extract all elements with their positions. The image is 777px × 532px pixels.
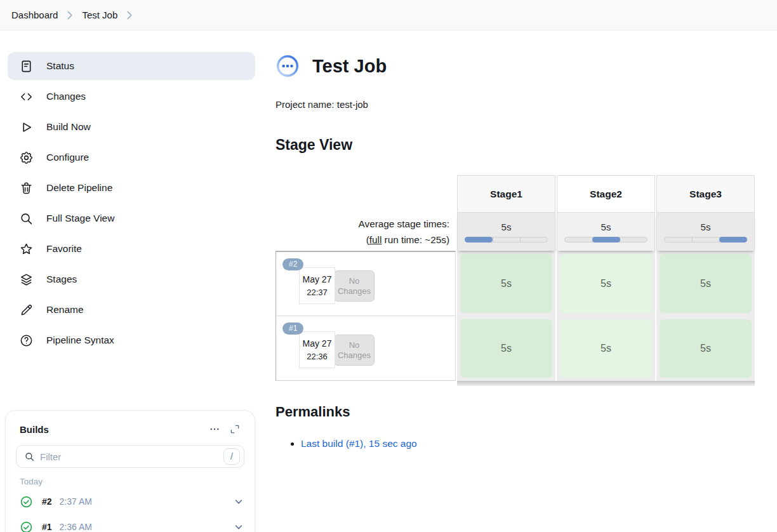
sidebar-item-pipeline-syntax[interactable]: Pipeline Syntax <box>8 326 255 354</box>
full-run-time-link[interactable]: full <box>369 234 382 245</box>
sidebar-item-favorite[interactable]: Favorite <box>8 235 255 263</box>
stage-header-1: Stage1 <box>457 175 555 213</box>
builds-filter-input[interactable] <box>35 451 223 462</box>
builds-group-label: Today <box>20 477 255 486</box>
trash-icon <box>19 181 34 196</box>
stage-cell-wrap: 5s <box>656 251 755 316</box>
builds-expand-button[interactable] <box>227 421 243 437</box>
sidebar-item-rename[interactable]: Rename <box>8 296 255 324</box>
build-row-2[interactable]: #2 2:37 AM <box>6 489 255 514</box>
sidebar-item-changes[interactable]: Changes <box>8 83 255 110</box>
table-bottom-shadow <box>457 381 755 386</box>
sidebar-item-full-stage-view[interactable]: Full Stage View <box>8 204 255 232</box>
avg-time-bar <box>664 237 748 243</box>
table-spacer <box>276 381 456 386</box>
avg-time-stage3: 5s <box>656 213 755 251</box>
sidebar-item-label: Changes <box>46 91 86 102</box>
main-content: Test Job Project name: test-job Stage Vi… <box>276 30 758 453</box>
sidebar-item-configure[interactable]: Configure <box>8 143 255 171</box>
stage-cell-run1-stage3[interactable]: 5s <box>660 319 752 378</box>
avg-time-bar <box>564 237 648 243</box>
run-number-badge[interactable]: #2 <box>282 258 303 270</box>
run-date-link[interactable]: May 27 22:36 <box>299 331 335 368</box>
sidebar-item-label: Delete Pipeline <box>46 182 112 194</box>
permalinks-list: Last build (#1), 15 sec ago <box>301 438 758 449</box>
chevron-right-icon <box>123 8 136 22</box>
gear-icon <box>19 150 34 165</box>
stage-cell-run2-stage2[interactable]: 5s <box>560 254 652 313</box>
build-number: #2 <box>42 496 52 507</box>
run-row-2-info: #2 May 27 22:37 No Changes <box>276 251 456 316</box>
stage-cell-wrap: 5s <box>656 316 755 381</box>
stage-view-table: Stage1 Stage2 Stage3 Average stage times… <box>276 175 758 386</box>
help-circle-icon <box>19 333 34 348</box>
code-icon <box>19 90 34 104</box>
sidebar-item-label: Build Now <box>46 121 91 133</box>
builds-panel-title: Builds <box>20 424 206 435</box>
chevron-right-icon <box>63 8 77 22</box>
job-status-icon <box>276 54 300 78</box>
build-time-link[interactable]: 2:37 AM <box>60 496 233 507</box>
pencil-icon <box>19 303 34 317</box>
average-stage-times-label: Average stage times: (full run time: ~25… <box>276 213 456 251</box>
last-build-link[interactable]: Last build (#1), 15 sec ago <box>301 438 417 449</box>
breadcrumb: Dashboard Test Job <box>0 0 777 30</box>
search-icon <box>24 451 35 462</box>
stage-cell-wrap: 5s <box>457 316 555 381</box>
stage-cell-wrap: 5s <box>557 316 655 381</box>
sidebar-item-delete-pipeline[interactable]: Delete Pipeline <box>8 174 255 202</box>
check-circle-icon <box>20 521 33 532</box>
run-date-link[interactable]: May 27 22:37 <box>299 267 335 304</box>
page-title: Test Job <box>312 56 387 77</box>
breadcrumb-test-job[interactable]: Test Job <box>82 10 117 20</box>
sidebar-item-label: Full Stage View <box>46 213 114 224</box>
build-time-link[interactable]: 2:36 AM <box>60 522 233 532</box>
check-circle-icon <box>20 495 33 509</box>
stage-header-3: Stage3 <box>656 175 755 213</box>
builds-options-button[interactable] <box>206 421 223 437</box>
sidebar-item-label: Pipeline Syntax <box>46 335 114 346</box>
builds-filter: / <box>16 445 244 468</box>
stage-header-2: Stage2 <box>557 175 655 213</box>
breadcrumb-dashboard[interactable]: Dashboard <box>11 10 58 20</box>
permalinks-heading: Permalinks <box>276 404 758 420</box>
sidebar-item-build-now[interactable]: Build Now <box>8 113 255 141</box>
permalink-item: Last build (#1), 15 sec ago <box>301 438 758 449</box>
sidebar-item-label: Configure <box>46 152 89 163</box>
chevron-down-icon[interactable] <box>233 521 244 532</box>
chevron-down-icon[interactable] <box>233 496 244 507</box>
build-row-1[interactable]: #1 2:36 AM <box>6 514 255 532</box>
stage-view-heading: Stage View <box>276 136 758 154</box>
document-icon <box>19 59 34 74</box>
build-number: #1 <box>42 522 52 532</box>
sidebar-item-label: Status <box>46 60 74 72</box>
builds-panel: Builds / Today #2 2:37 AM #1 2:36 AM <box>5 410 255 532</box>
stage-cell-run2-stage1[interactable]: 5s <box>460 254 552 313</box>
stage-cell-run2-stage3[interactable]: 5s <box>660 254 752 313</box>
sidebar-item-status[interactable]: Status <box>8 52 255 80</box>
avg-time-bar <box>465 237 548 243</box>
avg-time-stage1: 5s <box>457 213 555 251</box>
project-name-line: Project name: test-job <box>276 99 758 110</box>
run-number-badge[interactable]: #1 <box>282 323 303 335</box>
stage-cell-wrap: 5s <box>457 251 555 316</box>
sidebar-item-label: Rename <box>46 304 84 316</box>
expand-icon <box>229 423 241 435</box>
avg-time-stage2: 5s <box>557 213 655 251</box>
star-icon <box>19 242 34 256</box>
stage-table-corner <box>276 175 456 213</box>
sidebar-item-stages[interactable]: Stages <box>8 265 255 293</box>
search-icon <box>19 211 34 226</box>
sidebar-item-label: Favorite <box>46 243 82 255</box>
stage-cell-run1-stage1[interactable]: 5s <box>460 319 552 378</box>
stage-cell-wrap: 5s <box>557 251 655 316</box>
no-changes-box: No Changes <box>334 270 375 302</box>
run-row-1-info: #1 May 27 22:36 No Changes <box>276 316 456 381</box>
no-changes-box: No Changes <box>334 335 375 366</box>
stage-cell-run1-stage2[interactable]: 5s <box>560 319 652 378</box>
play-icon <box>19 120 34 135</box>
ellipsis-icon <box>209 423 220 435</box>
sidebar-item-label: Stages <box>46 274 77 285</box>
sidebar-nav: Status Changes Build Now Configure Delet… <box>0 30 267 354</box>
layers-icon <box>19 272 34 287</box>
